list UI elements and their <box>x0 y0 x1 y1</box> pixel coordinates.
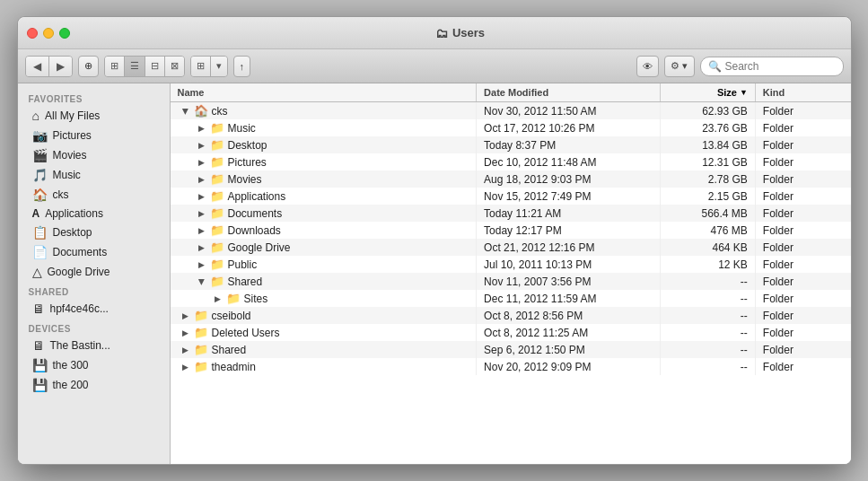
table-row[interactable]: ▶ 📁 Downloads Today 12:17 PM 476 MB Fold… <box>171 222 851 239</box>
folder-icon: 📁 <box>210 189 224 203</box>
size-cell: -- <box>660 358 755 375</box>
expand-arrow[interactable]: ▶ <box>181 328 190 337</box>
table-row[interactable]: ▶ 📁 Music Oct 17, 2012 10:26 PM 23.76 GB… <box>171 119 851 136</box>
table-row[interactable]: ▶ 📁 Google Drive Oct 21, 2012 12:16 PM 4… <box>171 239 851 256</box>
sidebar-item-documents[interactable]: 📄 Documents <box>22 242 166 262</box>
expand-arrow[interactable]: ▶ <box>197 260 206 269</box>
sidebar-item-google-drive[interactable]: △ Google Drive <box>22 262 166 282</box>
shared-computer-icon: 🖥 <box>32 302 45 316</box>
expand-arrow[interactable]: ▶ <box>181 345 190 354</box>
expand-arrow[interactable]: ▶ <box>197 243 206 252</box>
sidebar-item-movies[interactable]: 🎬 Movies <box>22 145 166 165</box>
expand-arrow[interactable]: ▶ <box>181 311 190 320</box>
sidebar-item-cks[interactable]: 🏠 cks <box>22 185 166 205</box>
table-row[interactable]: ▶ 📁 Pictures Dec 10, 2012 11:48 AM 12.31… <box>171 153 851 171</box>
table-row[interactable]: ▶ 🏠 cks Nov 30, 2012 11:50 AM 62.93 GB F… <box>171 102 851 120</box>
size-cell: 12.31 GB <box>660 153 755 171</box>
toolbar: ◀ ▶ ⊕ ⊞ ☰ ⊟ ⊠ ⊞ ▾ ↑ 👁 ⚙ ▾ 🔍 <box>18 49 851 83</box>
expand-arrow[interactable]: ▶ <box>214 294 223 303</box>
sidebar-item-music[interactable]: 🎵 Music <box>22 165 166 185</box>
name-header[interactable]: Name <box>171 83 477 102</box>
sidebar-item-the-200[interactable]: 💾 the 200 <box>22 375 166 395</box>
expand-arrow[interactable]: ▶ <box>197 141 206 150</box>
network-button[interactable]: ⊕ <box>78 56 99 77</box>
kind-cell: Folder <box>755 136 850 153</box>
arrange-dropdown[interactable]: ▾ <box>211 57 227 76</box>
date-cell: Today 12:17 PM <box>477 222 661 239</box>
table-row[interactable]: ▶ 📁 Documents Today 11:21 AM 566.4 MB Fo… <box>171 205 851 222</box>
expand-arrow[interactable]: ▶ <box>197 192 206 201</box>
table-row[interactable]: ▶ 📁 Shared Nov 11, 2007 3:56 PM -- Folde… <box>171 273 851 290</box>
maximize-button[interactable] <box>59 28 70 39</box>
size-cell: -- <box>660 341 755 358</box>
kind-cell: Folder <box>755 324 850 341</box>
back-button[interactable]: ◀ <box>26 57 49 76</box>
sidebar-item-label: Pictures <box>53 129 92 142</box>
sidebar-item-all-my-files[interactable]: ⌂ All My Files <box>22 106 166 126</box>
folder-icon: 📁 <box>210 240 224 254</box>
size-cell: 23.76 GB <box>660 119 755 136</box>
expand-arrow[interactable]: ▶ <box>197 226 206 235</box>
sidebar-item-pictures[interactable]: 📷 Pictures <box>22 126 166 145</box>
table-row[interactable]: ▶ 📁 Applications Nov 15, 2012 7:49 PM 2.… <box>171 188 851 205</box>
table-row[interactable]: ▶ 📁 theadmin Nov 20, 2012 9:09 PM -- Fol… <box>171 358 851 375</box>
name-cell: ▶ 📁 cseibold <box>171 307 477 324</box>
close-button[interactable] <box>27 28 38 39</box>
size-cell: -- <box>660 290 755 307</box>
view-list-button[interactable]: ☰ <box>125 57 145 76</box>
folder-icon: 📁 <box>194 309 208 322</box>
the-200-icon: 💾 <box>32 378 48 392</box>
search-box[interactable]: 🔍 <box>700 57 844 76</box>
table-row[interactable]: ▶ 📁 Deleted Users Oct 8, 2012 11:25 AM -… <box>171 324 851 341</box>
favorites-label: FAVORITES <box>18 89 170 106</box>
minimize-button[interactable] <box>43 28 54 39</box>
sidebar-item-label: Applications <box>45 207 103 220</box>
table-row[interactable]: ▶ 📁 Movies Aug 18, 2012 9:03 PM 2.78 GB … <box>171 171 851 188</box>
name-cell: ▶ 📁 Sites <box>171 290 477 307</box>
file-name: Downloads <box>228 224 281 237</box>
sidebar-item-desktop[interactable]: 📋 Desktop <box>22 223 166 242</box>
sidebar-item-applications[interactable]: A Applications <box>22 205 166 223</box>
forward-button[interactable]: ▶ <box>49 57 72 76</box>
view-icon-button[interactable]: ⊞ <box>105 57 125 76</box>
file-name: Google Drive <box>228 241 291 254</box>
sidebar-item-the-300[interactable]: 💾 the 300 <box>22 355 166 375</box>
table-row[interactable]: ▶ 📁 cseibold Oct 8, 2012 8:56 PM -- Fold… <box>171 307 851 324</box>
folder-icon: 📁 <box>210 275 224 288</box>
expand-arrow[interactable]: ▶ <box>197 158 206 167</box>
view-column-button[interactable]: ⊟ <box>145 57 165 76</box>
arrange-buttons: ⊞ ▾ <box>190 56 228 77</box>
table-row[interactable]: ▶ 📁 Desktop Today 8:37 PM 13.84 GB Folde… <box>171 136 851 153</box>
expand-arrow[interactable]: ▶ <box>197 124 206 133</box>
google-drive-icon: △ <box>32 265 42 279</box>
date-header[interactable]: Date Modified <box>477 83 661 102</box>
sidebar-item-the-bastin[interactable]: 🖥 The Bastin... <box>22 336 166 355</box>
expand-arrow[interactable]: ▶ <box>197 277 206 286</box>
kind-cell: Folder <box>755 341 850 358</box>
arrange-button[interactable]: ⊞ <box>191 57 211 76</box>
kind-cell: Folder <box>755 171 850 188</box>
sidebar-item-hpf4ce46c[interactable]: 🖥 hpf4ce46c... <box>22 299 166 319</box>
table-row[interactable]: ▶ 📁 Public Jul 10, 2011 10:13 PM 12 KB F… <box>171 256 851 273</box>
window-title: 🗂 Users <box>79 26 842 40</box>
expand-arrow[interactable]: ▶ <box>197 175 206 184</box>
search-input[interactable] <box>725 60 836 73</box>
eye-button[interactable]: 👁 <box>636 56 659 77</box>
sidebar-item-label: Music <box>53 169 81 181</box>
expand-arrow[interactable]: ▶ <box>197 209 206 218</box>
expand-arrow[interactable]: ▶ <box>181 363 190 372</box>
gear-button[interactable]: ⚙ ▾ <box>664 56 694 77</box>
sidebar-item-label: hpf4ce46c... <box>50 302 109 315</box>
date-cell: Aug 18, 2012 9:03 PM <box>477 171 661 188</box>
kind-header[interactable]: Kind <box>755 83 850 102</box>
size-cell: 2.15 GB <box>660 188 755 205</box>
size-header[interactable]: Size ▼ <box>660 83 755 102</box>
file-area[interactable]: Name Date Modified Size ▼ Kind <box>171 83 851 464</box>
all-my-files-icon: ⌂ <box>32 109 39 123</box>
size-cell: 566.4 MB <box>660 205 755 222</box>
share-button[interactable]: ↑ <box>233 56 251 77</box>
table-row[interactable]: ▶ 📁 Shared Sep 6, 2012 1:50 PM -- Folder <box>171 341 851 358</box>
view-coverflow-button[interactable]: ⊠ <box>165 57 184 76</box>
table-row[interactable]: ▶ 📁 Sites Dec 11, 2012 11:59 AM -- Folde… <box>171 290 851 307</box>
expand-arrow[interactable]: ▶ <box>181 107 190 116</box>
